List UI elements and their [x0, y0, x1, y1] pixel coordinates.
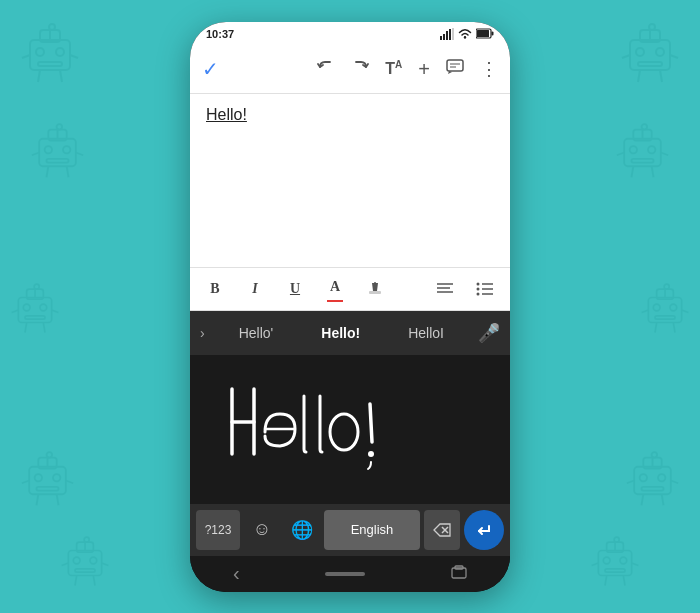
- svg-point-131: [477, 292, 480, 295]
- handwriting-area[interactable]: [190, 355, 510, 504]
- svg-line-42: [652, 166, 654, 177]
- svg-point-134: [368, 451, 374, 457]
- globe-button[interactable]: 🌐: [284, 510, 320, 550]
- redo-button[interactable]: [351, 59, 369, 80]
- nums-button[interactable]: ?123: [196, 510, 240, 550]
- add-button[interactable]: +: [418, 58, 430, 81]
- bold-button[interactable]: B: [198, 272, 232, 306]
- svg-rect-99: [648, 298, 681, 323]
- delete-button[interactable]: [424, 510, 460, 550]
- svg-rect-113: [449, 29, 451, 40]
- document-content: Hello!: [206, 106, 247, 123]
- nav-recents-button[interactable]: [451, 565, 467, 582]
- svg-rect-110: [440, 36, 442, 40]
- svg-line-96: [25, 323, 27, 333]
- mic-button[interactable]: 🎤: [468, 322, 510, 344]
- nav-bar: ‹: [190, 556, 510, 592]
- svg-rect-111: [443, 34, 445, 40]
- svg-line-18: [670, 55, 678, 58]
- suggestion-item-1[interactable]: Hello!: [313, 321, 368, 345]
- svg-rect-34: [633, 130, 651, 141]
- check-button[interactable]: ✓: [202, 57, 219, 81]
- svg-rect-1: [40, 30, 60, 42]
- document-text-area[interactable]: Hello!: [190, 94, 510, 267]
- language-button[interactable]: English: [324, 510, 420, 550]
- svg-point-115: [464, 36, 466, 38]
- handwriting-display: [220, 374, 480, 484]
- phone-frame: 10:37: [190, 22, 510, 592]
- text-format-button[interactable]: TA: [385, 59, 402, 78]
- suggestions-bar: › Hello' Hello! HelloI 🎤: [190, 311, 510, 355]
- svg-line-50: [22, 481, 29, 484]
- svg-rect-5: [38, 62, 62, 66]
- suggestion-item-0[interactable]: Hello': [231, 321, 282, 345]
- svg-point-47: [35, 474, 42, 481]
- undo-button[interactable]: [317, 59, 335, 80]
- svg-line-108: [673, 323, 675, 333]
- svg-rect-71: [75, 569, 95, 572]
- svg-point-123: [374, 282, 376, 284]
- svg-point-109: [664, 284, 669, 289]
- nav-back-button[interactable]: ‹: [233, 562, 240, 585]
- suggestions-chevron[interactable]: ›: [190, 325, 215, 341]
- svg-rect-23: [48, 130, 66, 141]
- svg-line-74: [75, 576, 77, 586]
- svg-line-40: [661, 153, 668, 156]
- svg-rect-77: [598, 551, 631, 576]
- font-color-button[interactable]: A: [318, 272, 352, 306]
- svg-line-28: [32, 153, 39, 156]
- app-toolbar: ✓ TA +: [190, 46, 510, 94]
- svg-point-103: [670, 304, 677, 311]
- svg-line-94: [12, 310, 19, 313]
- svg-rect-100: [657, 289, 674, 299]
- svg-line-73: [102, 563, 109, 566]
- svg-line-52: [37, 494, 39, 505]
- comment-button[interactable]: [446, 59, 464, 80]
- more-button[interactable]: ⋮: [480, 58, 498, 80]
- svg-rect-112: [446, 31, 448, 40]
- svg-rect-67: [77, 542, 94, 552]
- svg-rect-104: [655, 316, 675, 319]
- svg-line-62: [671, 481, 678, 484]
- svg-line-95: [52, 310, 59, 313]
- nav-home-button[interactable]: [325, 572, 365, 576]
- svg-line-7: [70, 55, 78, 58]
- svg-line-64: [662, 494, 664, 505]
- svg-rect-66: [68, 551, 101, 576]
- svg-point-14: [636, 48, 644, 56]
- svg-rect-88: [18, 298, 51, 323]
- italic-button[interactable]: I: [238, 272, 272, 306]
- svg-rect-60: [642, 487, 664, 491]
- svg-line-106: [682, 310, 689, 313]
- underline-button[interactable]: U: [278, 272, 312, 306]
- svg-rect-45: [38, 458, 56, 469]
- svg-rect-0: [30, 40, 70, 70]
- align-button[interactable]: [428, 272, 462, 306]
- svg-rect-49: [37, 487, 59, 491]
- emoji-button[interactable]: ☺: [244, 510, 280, 550]
- svg-rect-82: [605, 569, 625, 572]
- svg-point-92: [40, 304, 47, 311]
- highlight-button[interactable]: [358, 272, 392, 306]
- svg-point-65: [652, 452, 658, 458]
- svg-line-63: [642, 494, 644, 505]
- signal-icon: [440, 28, 454, 40]
- svg-point-59: [658, 474, 665, 481]
- suggestion-item-2[interactable]: HelloI: [400, 321, 452, 345]
- svg-point-54: [47, 452, 52, 458]
- svg-rect-89: [27, 289, 44, 299]
- svg-point-4: [56, 48, 64, 56]
- svg-rect-27: [47, 159, 69, 163]
- svg-rect-12: [640, 30, 660, 42]
- list-button[interactable]: [468, 272, 502, 306]
- svg-point-43: [642, 124, 648, 129]
- status-bar: 10:37: [190, 22, 510, 46]
- svg-point-129: [477, 287, 480, 290]
- svg-rect-33: [624, 139, 661, 167]
- svg-line-8: [38, 70, 40, 82]
- svg-rect-22: [39, 139, 76, 167]
- svg-rect-11: [630, 40, 670, 70]
- svg-point-26: [63, 146, 70, 153]
- svg-point-70: [90, 557, 97, 564]
- enter-button[interactable]: [464, 510, 504, 550]
